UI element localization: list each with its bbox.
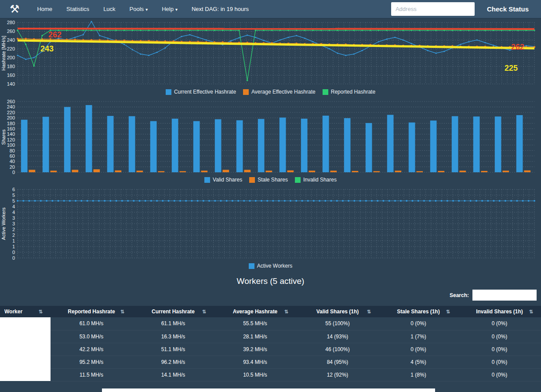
svg-text:0: 0	[12, 250, 15, 255]
cell: 4 (5%)	[379, 356, 458, 368]
shares-chart: 260240220200180160140120100806040200Shar…	[0, 99, 541, 174]
legend-swatch	[249, 177, 255, 183]
cell: 55.5 MH/s	[214, 317, 296, 330]
nav-home[interactable]: Home	[30, 6, 59, 12]
svg-text:120: 120	[7, 137, 15, 142]
active-workers-chart: 6554433221100Active Workers	[0, 187, 541, 261]
search-row: Search:	[0, 290, 541, 301]
address-input[interactable]	[391, 2, 475, 16]
sort-icon[interactable]: ⇅	[202, 309, 206, 315]
legend-label: Average Effective Hashrate	[251, 89, 316, 95]
cell: 0 (0%)	[379, 343, 458, 356]
legend-label: Active Workers	[257, 263, 292, 269]
worker-name-cell	[0, 368, 51, 381]
svg-text:160: 160	[7, 73, 15, 78]
column-header-label: Average Hashrate	[233, 309, 278, 315]
worker-name-redacted	[0, 330, 51, 343]
worker-name-redacted	[0, 317, 51, 330]
worker-name-cell	[0, 356, 51, 368]
svg-text:60: 60	[10, 153, 15, 159]
cell: 14.1 MH/s	[132, 368, 214, 381]
cell: 16.3 MH/s	[132, 330, 214, 343]
svg-text:5: 5	[12, 198, 15, 203]
legend-item: Reported Hashrate	[323, 89, 375, 95]
search-input[interactable]	[472, 290, 537, 301]
logo-icon[interactable]: ⚒	[10, 4, 19, 15]
sort-icon[interactable]: ⇅	[529, 309, 533, 315]
table-row: 42.2 MH/s51.1 MH/s39.2 MH/s46 (100%)0 (0…	[0, 343, 541, 356]
column-header-label: Current Hashrate	[152, 309, 195, 315]
column-header-label: Reported Hashrate	[68, 309, 115, 315]
column-header-2: Current Hashrate⇅	[132, 306, 214, 317]
table-row: 61.0 MH/s61.1 MH/s55.5 MH/s55 (100%)0 (0…	[0, 317, 541, 330]
svg-text:1: 1	[12, 238, 15, 243]
svg-text:220: 220	[7, 110, 15, 115]
svg-text:100: 100	[7, 142, 15, 148]
nav-help[interactable]: Help▾	[155, 6, 185, 12]
cell: 42.2 MH/s	[51, 343, 132, 356]
legend-label: Valid Shares	[213, 177, 242, 183]
svg-text:225: 225	[505, 64, 518, 73]
sort-icon[interactable]: ⇅	[446, 309, 450, 315]
table-row: 11.5 MH/s14.1 MH/s10.5 MH/s12 (92%)1 (8%…	[0, 368, 541, 381]
worker-name-cell	[0, 330, 51, 343]
legend-label: Invalid Shares	[303, 177, 337, 183]
svg-text:240: 240	[7, 37, 15, 43]
svg-text:2: 2	[12, 232, 15, 238]
shares-chart-legend: Valid SharesStale SharesInvalid Shares	[0, 174, 541, 185]
svg-text:260: 260	[7, 29, 15, 34]
cell: 46 (100%)	[296, 343, 379, 356]
legend-item: Stale Shares	[249, 177, 288, 183]
cell: 1 (8%)	[379, 368, 458, 381]
cell: 84 (95%)	[296, 356, 379, 368]
column-header-label: Stale Shares (1h)	[397, 309, 439, 315]
svg-text:5: 5	[12, 192, 15, 198]
cell: 95.2 MH/s	[51, 356, 132, 368]
nav-pools[interactable]: Pools▾	[123, 6, 155, 12]
cell: 61.0 MH/s	[51, 317, 132, 330]
worker-name-cell	[0, 343, 51, 356]
sort-icon[interactable]: ⇅	[120, 309, 124, 315]
hashrate-chart-legend: Current Effective HashrateAverage Effect…	[0, 87, 541, 97]
cell: 1 (7%)	[379, 330, 458, 343]
svg-text:262: 262	[511, 43, 524, 51]
legend-label: Current Effective Hashrate	[174, 89, 236, 95]
svg-text:3: 3	[12, 215, 15, 221]
cell: 0 (0%)	[458, 343, 541, 356]
svg-text:20: 20	[10, 164, 15, 170]
svg-text:2: 2	[12, 227, 15, 232]
column-header-0: Worker⇅	[0, 306, 51, 317]
legend-swatch	[295, 177, 301, 183]
column-header-label: Worker	[4, 309, 22, 315]
svg-text:140: 140	[7, 81, 15, 87]
nav-statistics[interactable]: Statistics	[59, 6, 96, 12]
svg-text:Hashrate [MH/s]: Hashrate [MH/s]	[1, 36, 6, 70]
cell: 96.2 MH/s	[132, 356, 214, 368]
svg-text:0: 0	[12, 255, 15, 261]
legend-swatch	[204, 177, 210, 183]
check-status-button[interactable]: Check Status	[475, 5, 541, 13]
svg-text:1: 1	[12, 244, 15, 249]
column-header-3: Average Hashrate⇅	[214, 306, 296, 317]
cell: 0 (0%)	[458, 356, 541, 368]
column-header-label: Valid Shares (1h)	[316, 309, 359, 315]
cell: 51.1 MH/s	[132, 343, 214, 356]
svg-text:4: 4	[12, 210, 15, 215]
legend-item: Average Effective Hashrate	[243, 89, 316, 95]
legend-label: Stale Shares	[258, 177, 288, 183]
cell: 11.5 MH/s	[51, 368, 132, 381]
nav-pools-label: Pools	[130, 6, 144, 12]
sort-icon[interactable]: ⇅	[39, 309, 43, 315]
svg-text:140: 140	[7, 131, 15, 137]
svg-text:262: 262	[48, 30, 62, 39]
legend-label: Reported Hashrate	[331, 89, 375, 95]
sort-icon[interactable]: ⇅	[367, 309, 371, 315]
caret-down-icon: ▾	[145, 7, 148, 12]
nav-luck[interactable]: Luck	[96, 6, 122, 12]
svg-text:Active Workers: Active Workers	[1, 207, 6, 240]
cell: 55 (100%)	[296, 317, 379, 330]
legend-swatch	[166, 89, 171, 95]
column-header-5: Stale Shares (1h)⇅	[379, 306, 458, 317]
sort-icon[interactable]: ⇅	[284, 309, 288, 315]
nav-help-label: Help	[162, 6, 174, 12]
